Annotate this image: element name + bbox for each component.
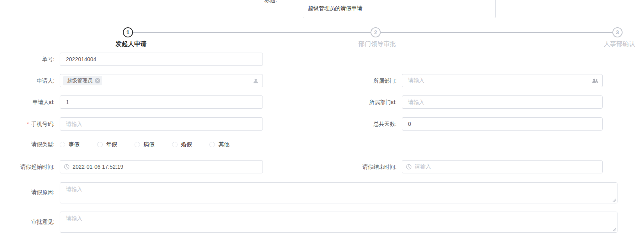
step-2-circle: 2 [371,27,381,37]
step-1-title: 发起人申请 [115,40,147,48]
reason-label: 请假原因: [0,188,55,196]
department-label: 所属部门: [324,77,397,85]
radio-label: 事假 [69,141,80,148]
close-icon[interactable]: ✕ [95,78,100,83]
department-id-input[interactable] [402,95,603,109]
radio-annual-leave[interactable]: 年假 [97,141,117,148]
leave-type-label: 请假类型: [0,140,55,148]
radio-label: 年假 [106,141,117,148]
start-time-input[interactable]: 2022-01-06 17:52:19 [60,160,263,173]
radio-marriage-leave[interactable]: 婚假 [172,141,192,148]
radio-circle-icon[interactable] [60,142,65,147]
phone-label: *手机号码: [0,120,55,128]
opinion-label: 审批意见: [0,218,55,226]
title-value: 超级管理员的请假申请 [308,5,362,11]
title-label: 标题: [246,0,277,4]
total-days-label: 总共天数: [324,120,397,128]
reason-textarea[interactable] [60,182,617,203]
step-connector-1 [133,32,371,33]
radio-circle-icon[interactable] [135,142,140,147]
department-id-label: 所属部门id: [324,98,397,106]
leave-request-form-page: 标题: 超级管理员的请假申请 1 2 3 发起人申请 部门领导审批 人事部确认 … [0,0,644,249]
order-no-label: 单号: [0,55,55,63]
radio-personal-leave[interactable]: 事假 [60,141,80,148]
clock-icon [406,164,412,170]
clock-icon [64,164,69,170]
step-1-circle: 1 [123,27,133,37]
users-icon [592,78,598,83]
radio-label: 婚假 [181,141,192,148]
step-1-number: 1 [126,29,130,35]
applicant-tag: 超级管理员 ✕ [63,76,102,85]
applicant-tag-text: 超级管理员 [67,77,92,84]
leave-type-radio-group: 事假 年假 病假 婚假 其他 [60,141,247,148]
applicant-id-input[interactable] [60,95,263,109]
applicant-id-label: 申请人id: [0,98,55,106]
phone-label-text: 手机号码: [31,121,55,127]
radio-circle-icon[interactable] [172,142,177,147]
step-3-number: 3 [616,29,619,35]
department-placeholder: 请输入 [408,77,424,84]
step-2-title: 部门领导审批 [358,40,396,48]
radio-circle-icon[interactable] [209,142,215,147]
total-days-input[interactable] [402,117,603,131]
end-time-placeholder: 请输入 [415,163,431,170]
end-time-label: 请假结束时间: [324,163,397,171]
required-asterisk: * [27,121,29,127]
opinion-textarea[interactable] [60,212,617,233]
applicant-label: 申请人: [0,77,55,85]
step-connector-2 [381,32,612,33]
radio-circle-icon[interactable] [97,142,103,147]
order-no-input[interactable] [60,53,263,66]
title-input[interactable]: 超级管理员的请假申请 [303,0,496,18]
phone-input[interactable] [60,117,263,131]
radio-label: 病假 [144,141,154,148]
applicant-input[interactable]: 超级管理员 ✕ [60,74,263,87]
end-time-input[interactable]: 请输入 [402,160,603,173]
radio-other-leave[interactable]: 其他 [209,141,229,148]
radio-label: 其他 [218,141,229,148]
radio-sick-leave[interactable]: 病假 [135,141,154,148]
department-input[interactable]: 请输入 [402,74,603,87]
step-3-circle: 3 [612,27,623,37]
step-3-title: 人事部确认 [604,40,635,48]
start-time-value: 2022-01-06 17:52:19 [73,164,123,170]
user-icon [253,78,259,84]
step-2-number: 2 [374,29,377,35]
start-time-label: 请假起始时间: [0,163,55,171]
